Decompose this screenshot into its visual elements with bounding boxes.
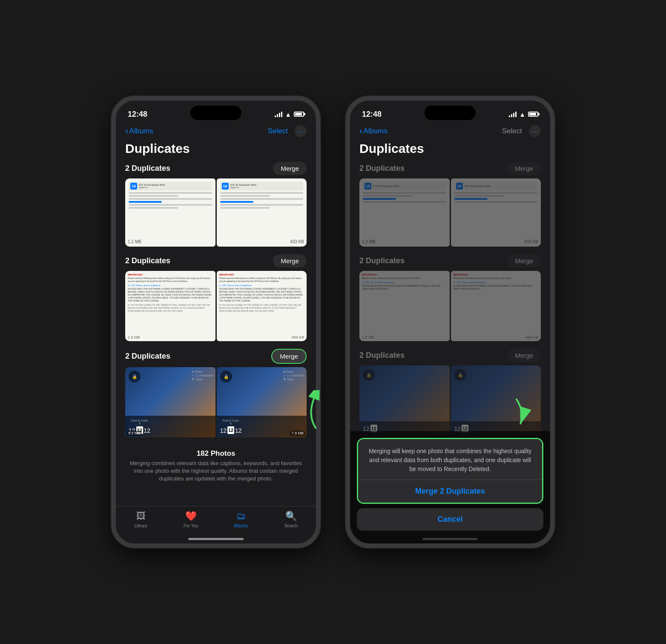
more-button-1[interactable]: ··· [295,125,307,137]
dup-header-1: 2 Duplicates Merge [125,162,307,175]
page-title-1: Duplicates [116,141,316,162]
dup-count-1: 2 Duplicates [125,164,170,173]
tab-for-you-1[interactable]: ❤️ For You [174,511,208,528]
merge-btn-2-1: Merge [507,162,541,175]
merge-button-2[interactable]: Merge [273,254,307,267]
phone-2-body: 12:48 ▲ ‹ Albums Select [346,96,554,548]
dup-group-2-1: 2 Duplicates Merge 16 iOS 16 Developer B… [359,162,541,247]
back-button-1[interactable]: ‹ Albums [125,126,153,137]
tab-library-label-1: Library [134,523,147,528]
dup-count-2-3: 2 Duplicates [359,351,405,360]
status-icons-1: ▲ [275,111,304,118]
dup-images-2-2: IMPORTANT Please read the following term… [359,271,541,341]
battery-icon-2 [528,112,538,117]
back-label-2: Albums [363,127,388,135]
dup-img-2b[interactable]: IMPORTANT Please read the following term… [217,271,307,341]
search-icon-1: 🔍 [285,511,297,522]
merge-button-3[interactable]: Merge [271,349,307,364]
arrow-annotation-2 [503,390,537,433]
dup-group-2: 2 Duplicates Merge IMPORTANT Please read… [125,254,307,341]
dup-images-2-1: 16 iOS 16 Developer Beta 1.2 MB [359,178,541,247]
signal-icon-1 [275,111,282,117]
dup-count-3: 2 Duplicates [125,352,170,361]
dynamic-island-2 [425,106,476,120]
tab-for-you-label-1: For You [184,523,198,528]
dup-img-2-1a: 16 iOS 16 Developer Beta 1.2 MB [359,178,450,247]
status-time-2: 12:48 [362,110,382,119]
scroll-content-1: 2 Duplicates Merge 16 iOS 16 Developer B… [116,162,316,486]
img-size-3a: 9.1 MB [127,431,142,436]
dup-count-2-1: 2 Duplicates [359,164,405,173]
dynamic-island-1 [190,106,241,120]
dup-header-3: 2 Duplicates Merge [125,349,307,364]
photos-desc-1: Merging combines relevant data like capt… [129,460,302,483]
dup-img-1a[interactable]: 16 iOS 16 Developer BetaApple Inc. 1.2 M… [125,178,215,247]
merge-btn-2-2: Merge [507,254,541,267]
dup-group-1: 2 Duplicates Merge 16 iOS 16 Developer B… [125,162,307,247]
dup-img-2-3a: 🔒 12 12 [359,365,450,436]
merge-btn-2-3: Merge [507,349,541,362]
chevron-left-icon-1: ‹ [125,126,128,137]
img-size-1b: 433 KB [290,239,304,244]
photos-count-1: 182 Photos [129,449,302,458]
sheet-highlight-box: Merging will keep one photo that combine… [357,438,543,504]
dup-img-3a[interactable]: 🔒 ● Door ✓ 1 Unlocked ⬇ Syst... Font & [125,367,215,437]
dup-count-2-2: 2 Duplicates [359,256,405,265]
ios-badge-1a: 16 [130,183,137,190]
dup-images-3: 🔒 ● Door ✓ 1 Unlocked ⬇ Syst... Font & [125,367,307,437]
nav-bar-2: ‹ Albums Select ··· [350,124,550,141]
phone-1: 12:48 ▲ ‹ Albums Select [112,96,320,548]
battery-icon-1 [294,112,304,117]
nav-bar-1: ‹ Albums Select ··· [116,124,316,141]
dup-img-1b[interactable]: 16 iOS 16 Developer BetaApple Inc. 433 K… [217,178,307,247]
phone-2: 12:48 ▲ ‹ Albums Select [346,96,554,548]
status-icons-2: ▲ [509,111,538,118]
tab-library-1[interactable]: 🖼 Library [124,511,158,528]
select-button-2[interactable]: Select [502,127,522,135]
merge-action-button[interactable]: Merge 2 Duplicates [358,480,542,503]
action-sheet-2: Merging will keep one photo that combine… [350,431,550,543]
tab-albums-label-1: Albums [234,523,248,528]
img-size-1a: 1.2 MB [128,239,141,244]
home-indicator-1 [188,538,244,540]
dup-img-2-2b: IMPORTANT Please read the following term… [451,271,541,341]
page-title-2: Duplicates [350,141,550,162]
dup-header-2-1: 2 Duplicates Merge [359,162,541,175]
dup-header-2-3: 2 Duplicates Merge [359,349,541,362]
back-button-2[interactable]: ‹ Albums [359,126,388,137]
cancel-button-2[interactable]: Cancel [437,515,462,523]
wifi-icon-2: ▲ [519,111,525,118]
dup-images-1: 16 iOS 16 Developer BetaApple Inc. 1.2 M… [125,178,307,247]
ios-badge-1b: 16 [222,183,229,190]
dup-img-2a[interactable]: IMPORTANT Please read the following term… [125,271,215,341]
select-button-1[interactable]: Select [268,127,288,135]
dup-images-2: IMPORTANT Please read the following term… [125,271,307,341]
albums-icon-1: 🗂 [236,511,246,522]
arrow-annotation-1 [290,390,333,441]
status-time-1: 12:48 [128,110,147,119]
nav-actions-1: Select ··· [268,125,307,137]
tab-search-label-1: Search [284,523,298,528]
merge-button-1[interactable]: Merge [273,162,307,175]
for-you-icon-1: ❤️ [185,511,197,522]
library-icon-1: 🖼 [136,511,146,522]
tab-albums-1[interactable]: 🗂 Albums [224,511,258,528]
dup-count-2: 2 Duplicates [125,256,170,265]
tab-search-1[interactable]: 🔍 Search [274,511,308,528]
dup-group-3: 2 Duplicates Merge 🔒 [125,349,307,437]
dup-img-2-2a: IMPORTANT Please read the following term… [359,271,450,341]
phone-1-body: 12:48 ▲ ‹ Albums Select [112,96,320,548]
dup-img-2-1b: 16 iOS 16 Developer Beta 433 KB [451,178,541,247]
dup-group-2-2: 2 Duplicates Merge IMPORTANT Please read… [359,254,541,341]
dup-header-2: 2 Duplicates Merge [125,254,307,267]
back-label-1: Albums [129,127,153,135]
dup-header-2-2: 2 Duplicates Merge [359,254,541,267]
chevron-left-icon-2: ‹ [359,126,362,137]
more-button-2[interactable]: ··· [529,125,541,137]
nav-actions-2: Select ··· [502,125,541,137]
sheet-message: Merging will keep one photo that combine… [358,439,542,480]
photos-info-1: 182 Photos Merging combines relevant dat… [125,445,307,486]
wifi-icon-1: ▲ [285,111,291,118]
signal-icon-2 [509,111,517,117]
